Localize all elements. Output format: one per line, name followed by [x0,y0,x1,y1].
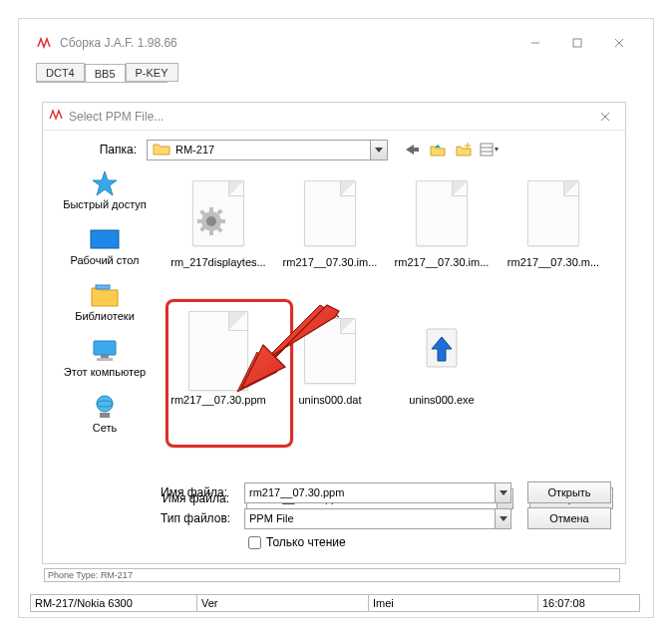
file-item[interactable]: rm_217displaytes... [163,164,274,298]
file-icon [300,314,360,388]
status-bar: RM-217/Nokia 6300 Ver Imei 16:07:08 [30,594,640,612]
svg-rect-27 [209,207,213,213]
dialog-titlebar: Select PPM File... [43,103,625,131]
tab-pkey[interactable]: P-KEY [126,63,178,82]
folder-select[interactable]: RM-217 [147,140,388,160]
folder-label: Папка: [55,143,147,157]
main-title: Сборка J.A.F. 1.98.66 [60,36,177,50]
places-bar: Быстрый доступ Рабочий стол Библиотеки Э… [49,164,161,444]
minimize-button[interactable] [514,30,556,56]
dialog-close-button[interactable] [585,103,625,131]
cancel-button[interactable]: Отмена [527,507,611,529]
svg-point-26 [206,216,216,226]
svg-rect-28 [209,229,213,235]
filetype-value: PPM File [249,512,294,524]
file-item-selected[interactable]: rm217__07.30.ppm [163,302,274,436]
close-button[interactable] [598,30,640,56]
chevron-down-icon[interactable] [370,141,387,159]
file-grid[interactable]: rm_217displaytes... rm217__07.30.im... r… [163,164,617,454]
filename-label: Имя файла: [161,485,244,499]
main-titlebar: Сборка J.A.F. 1.98.66 [30,30,640,56]
svg-rect-24 [100,413,110,418]
svg-marker-14 [495,148,499,152]
phone-type-field: Phone Type: RM-217 [44,568,620,582]
svg-rect-29 [197,219,203,223]
filetype-label: Тип файлов: [161,511,244,525]
readonly-checkbox[interactable] [248,536,261,549]
filetype-select[interactable]: PPM File [244,508,511,529]
gear-file-icon [188,176,248,250]
file-icon [523,176,583,250]
filename-value: rm217__07.30.ppm [249,486,344,498]
tab-bar: DCT4 BB5 P-KEY [36,62,178,82]
readonly-label: Только чтение [266,535,346,549]
new-folder-icon[interactable] [454,140,474,159]
file-item[interactable]: rm217__07.30.m... [498,164,609,298]
svg-rect-18 [96,285,110,289]
svg-marker-8 [435,145,441,148]
svg-rect-20 [101,355,109,358]
views-icon[interactable] [480,140,500,159]
place-desktop[interactable]: Рабочий стол [49,220,161,276]
up-one-level-icon[interactable] [428,140,448,159]
file-icon [412,176,472,250]
place-label: Этот компьютер [49,366,161,378]
installer-icon [412,314,472,388]
tab-dct4[interactable]: DCT4 [36,63,85,82]
svg-marker-6 [375,148,383,153]
dialog-toolbar [402,140,500,159]
svg-rect-30 [219,219,225,223]
status-time: 16:07:08 [538,594,640,612]
file-item[interactable]: unins000.exe [386,302,498,436]
tab-bb5[interactable]: BB5 [85,64,126,83]
open-button[interactable]: Открыть [527,481,611,503]
file-icon [188,314,248,388]
status-imei: Imei [369,594,538,612]
quick-access-icon [49,168,161,198]
dialog-app-icon [49,108,63,125]
file-label: rm217__07.30.im... [388,256,496,268]
svg-marker-38 [500,490,507,495]
network-icon [49,392,161,422]
place-quick-access[interactable]: Быстрый доступ [49,164,161,220]
svg-marker-7 [406,145,419,155]
file-label: unins000.dat [276,394,384,406]
place-this-pc[interactable]: Этот компьютер [49,332,161,388]
svg-rect-19 [94,341,116,355]
file-label: unins000.exe [388,394,496,406]
folder-icon [153,142,170,158]
file-label: rm217__07.30.m... [500,256,607,268]
svg-rect-1 [573,39,581,47]
app-icon [36,35,52,51]
file-label: rm_217displaytes... [165,256,272,268]
dialog-bottom: Имя файла: rm217__07.30.ppm Открыть Тип … [161,479,619,553]
filename-input[interactable]: rm217__07.30.ppm [244,482,511,503]
file-dialog: Select PPM File... Папка: RM-217 [42,102,626,564]
folder-row: Папка: RM-217 [43,135,625,164]
place-libraries[interactable]: Библиотеки [49,276,161,332]
this-pc-icon [49,336,161,366]
maximize-button[interactable] [556,30,598,56]
chevron-down-icon[interactable] [495,483,510,502]
file-label: rm217__07.30.im... [276,256,384,268]
svg-rect-16 [91,230,119,248]
file-item[interactable]: rm217__07.30.im... [274,164,386,298]
file-icon [300,176,360,250]
back-icon[interactable] [402,140,422,159]
file-item[interactable]: unins000.dat [274,302,386,436]
svg-point-22 [97,396,113,412]
tab-underline [36,82,168,83]
svg-marker-15 [93,171,117,195]
svg-rect-21 [97,358,113,361]
place-label: Быстрый доступ [49,198,161,210]
desktop-icon [49,224,161,254]
place-label: Библиотеки [49,310,161,322]
status-ver: Ver [197,594,369,612]
svg-marker-39 [500,516,507,521]
place-network[interactable]: Сеть [49,388,161,444]
dialog-title: Select PPM File... [69,110,164,124]
status-model: RM-217/Nokia 6300 [30,594,197,612]
file-item[interactable]: rm217__07.30.im... [386,164,498,298]
chevron-down-icon[interactable] [495,509,510,528]
svg-rect-11 [481,144,493,156]
